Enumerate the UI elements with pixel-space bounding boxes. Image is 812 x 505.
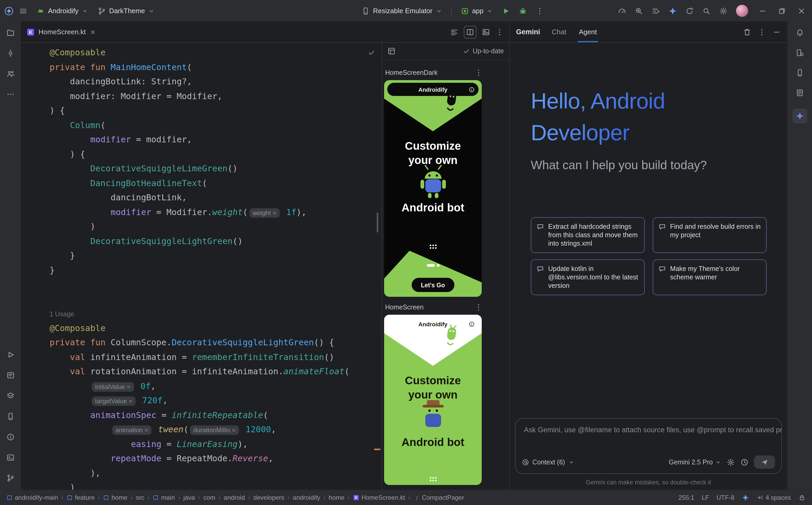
gemini-input[interactable]: Ask Gemini, use @filename to attach sour… <box>515 418 782 474</box>
preview-options-icon[interactable] <box>474 68 483 77</box>
minimize-button[interactable] <box>753 3 771 19</box>
logcat-button[interactable] <box>649 3 663 18</box>
logcat-toolwindow-icon[interactable] <box>6 371 14 379</box>
code-line[interactable]: val rotationAnimation = infiniteAnimatio… <box>49 364 381 379</box>
code-line[interactable]: DecorativeSquiggleLimeGreen() <box>49 161 381 176</box>
run-config-selector[interactable]: app <box>457 3 496 18</box>
code-editor[interactable]: @Composableprivate fun MainHomeContent( … <box>21 43 381 490</box>
trash-icon[interactable] <box>743 28 751 36</box>
branch-selector[interactable]: DarkTheme <box>94 3 158 18</box>
send-button[interactable] <box>754 456 775 469</box>
close-tab-icon[interactable] <box>90 29 96 35</box>
caret-position[interactable]: 255:1 <box>679 494 694 501</box>
build-toolwindow-icon[interactable] <box>6 392 14 400</box>
suggestion-card[interactable]: Find and resolve build errors in my proj… <box>653 217 767 253</box>
gemini-status-button[interactable] <box>742 494 749 501</box>
editor-scrollbar[interactable] <box>377 212 378 232</box>
code-line[interactable]: dancingBotLink: String?, <box>49 74 381 89</box>
code-line[interactable]: easing = LinearEasing), <box>49 437 381 451</box>
code-line[interactable]: @Composable <box>49 45 381 60</box>
tab-agent[interactable]: Agent <box>578 22 598 42</box>
code-line[interactable]: } <box>49 263 381 277</box>
code-line[interactable]: @Composable <box>49 321 381 335</box>
preview-layout-icon[interactable] <box>387 47 396 55</box>
sync-project-button[interactable] <box>682 3 697 18</box>
breadcrumb-item[interactable]: feature <box>67 494 95 501</box>
code-line[interactable]: } <box>49 248 381 263</box>
code-line[interactable] <box>49 292 381 306</box>
breadcrumb-item[interactable]: android <box>224 494 245 501</box>
readonly-lock-button[interactable] <box>798 494 806 501</box>
inspections-ok-icon[interactable] <box>368 49 375 56</box>
code-line[interactable]: Column( <box>49 118 381 132</box>
code-line[interactable]: DancingBotHeadlineText( <box>49 176 381 190</box>
device-selector[interactable]: Resizable Emulator <box>358 3 446 18</box>
code-line[interactable]: 1 Usage <box>49 306 381 321</box>
breadcrumb-item[interactable]: developers <box>253 494 284 501</box>
history-icon[interactable] <box>740 458 749 466</box>
indent-setting[interactable]: 4 spaces <box>757 494 791 501</box>
profiler-button[interactable] <box>615 3 629 18</box>
run-toolwindow-icon[interactable] <box>6 351 14 359</box>
settings-button[interactable] <box>716 3 731 18</box>
code-line[interactable]: ) { <box>49 147 381 161</box>
project-toolwindow-icon[interactable] <box>6 28 14 37</box>
version-control-toolwindow-icon[interactable] <box>6 474 14 482</box>
code-line[interactable]: ) <box>49 219 381 234</box>
code-line[interactable] <box>49 277 381 292</box>
device-explorer-icon[interactable] <box>6 412 14 420</box>
code-line[interactable]: repeatMode = RepeatMode.Reverse, <box>49 451 381 466</box>
commit-toolwindow-icon[interactable] <box>6 49 14 57</box>
run-button[interactable] <box>499 3 513 18</box>
breadcrumb-item[interactable]: androidify-main <box>6 494 58 501</box>
gemini-options-icon[interactable] <box>758 28 766 36</box>
breadcrumb-item[interactable]: com <box>203 494 215 501</box>
code-line[interactable]: modifier = modifier, <box>49 132 381 147</box>
tab-chat[interactable]: Chat <box>551 22 567 42</box>
suggestion-card[interactable]: Make my Theme's color scheme warmer <box>653 260 767 295</box>
inspect-code-button[interactable] <box>631 3 646 18</box>
breadcrumb-item[interactable]: main <box>153 494 175 501</box>
main-menu-button[interactable] <box>16 3 31 18</box>
hide-panel-icon[interactable] <box>773 28 781 36</box>
encoding[interactable]: UTF-8 <box>716 494 734 501</box>
suggestion-card[interactable]: Update kotlin in @libs.version.toml to t… <box>531 260 645 295</box>
code-line[interactable]: dancingBotLink, <box>49 190 381 205</box>
editor-options-icon[interactable] <box>495 28 504 36</box>
breadcrumb-item[interactable]: java <box>183 494 195 501</box>
breadcrumb-item[interactable]: home <box>103 494 127 501</box>
breadcrumb-item[interactable]: fCompactPager <box>414 494 464 501</box>
preview-homescreendark[interactable]: Androidify Customize your own Android bo… <box>384 80 482 297</box>
debug-button[interactable] <box>516 3 531 18</box>
context-selector[interactable]: Context (6) <box>522 458 575 466</box>
gemini-toolwindow-button[interactable] <box>793 109 807 123</box>
code-view-icon[interactable] <box>450 28 459 36</box>
design-view-icon[interactable] <box>482 28 490 36</box>
gemini-settings-icon[interactable] <box>726 458 735 466</box>
user-avatar[interactable] <box>736 5 748 17</box>
code-line[interactable]: DecorativeSquiggleLightGreen() <box>49 234 381 248</box>
code-line[interactable]: private fun MainHomeContent( <box>49 60 381 74</box>
gemini-ask-button[interactable] <box>665 3 680 18</box>
code-line[interactable]: ), <box>49 466 381 480</box>
problems-toolwindow-icon[interactable] <box>6 433 14 441</box>
running-devices-icon[interactable] <box>796 68 804 77</box>
more-toolwindows-icon[interactable] <box>6 90 14 99</box>
more-actions-button[interactable] <box>533 3 547 18</box>
app-insights-icon[interactable] <box>796 89 804 97</box>
editor-tab[interactable]: K HomeScreen.kt <box>21 22 101 42</box>
breadcrumb-item[interactable]: src <box>136 494 144 501</box>
project-selector[interactable]: Androidify <box>33 3 92 18</box>
terminal-toolwindow-icon[interactable] <box>6 453 14 462</box>
notifications-icon[interactable] <box>796 28 804 37</box>
breadcrumb-item[interactable]: home <box>329 494 345 501</box>
breadcrumb-item[interactable]: KHomeScreen.kt <box>353 494 405 501</box>
search-everywhere-button[interactable] <box>699 3 714 18</box>
model-selector[interactable]: Gemini 2.5 Pro <box>669 458 721 466</box>
code-line[interactable]: animationSpec = infiniteRepeatable( <box>49 408 381 422</box>
close-button[interactable] <box>793 3 810 19</box>
code-line[interactable]: val infiniteAnimation = rememberInfinite… <box>49 350 381 364</box>
code-line[interactable]: ) <box>49 480 381 490</box>
split-view-toggle[interactable] <box>464 26 476 38</box>
breadcrumb-item[interactable]: androidify <box>293 494 320 501</box>
